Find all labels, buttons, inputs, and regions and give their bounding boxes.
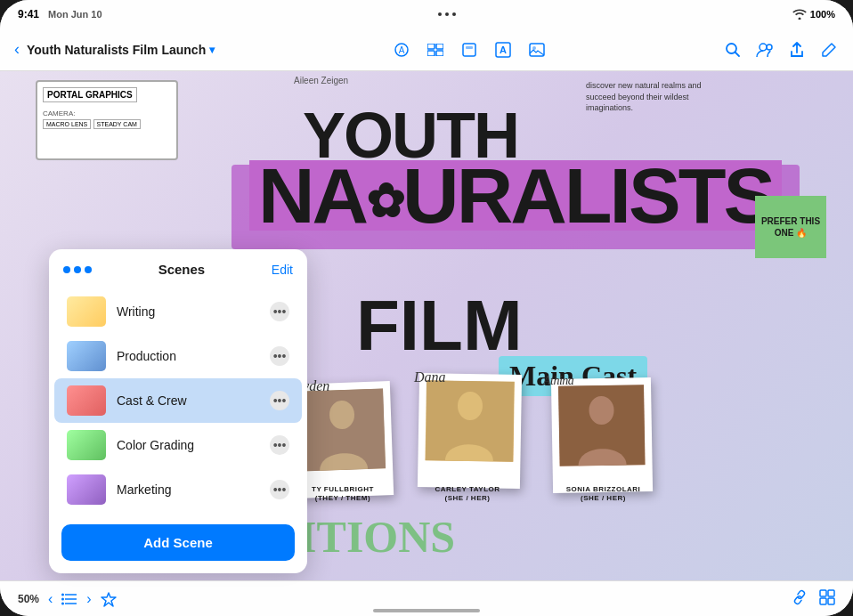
dot-blue-2 bbox=[74, 266, 81, 273]
annotation-name: Aileen Zeigen bbox=[294, 76, 348, 85]
svg-point-26 bbox=[61, 593, 64, 596]
naturalists-text: NA bbox=[258, 151, 366, 239]
film-title-naturalists: NA✿URALISTS bbox=[249, 160, 782, 231]
canvas-annotation: discover new natural realms and succeed … bbox=[586, 80, 711, 114]
cast-script-2: Dana bbox=[414, 369, 446, 385]
cast-photo-3 bbox=[558, 385, 646, 466]
svg-point-27 bbox=[61, 597, 64, 600]
dot-blue-3 bbox=[85, 266, 92, 273]
back-button[interactable]: ‹ bbox=[14, 40, 20, 59]
time-display: 9:41 bbox=[18, 8, 39, 20]
naturalists-text-2: URALISTS bbox=[402, 151, 773, 239]
image-icon[interactable] bbox=[527, 40, 547, 60]
scene-item-marketing[interactable]: Marketing ••• bbox=[54, 467, 302, 512]
svg-rect-6 bbox=[463, 44, 475, 56]
search-icon[interactable] bbox=[723, 40, 743, 60]
scene-thumb-colorgrading bbox=[67, 430, 106, 460]
scenes-list: Writing ••• Production ••• Cast & Crew •… bbox=[49, 286, 307, 515]
svg-rect-3 bbox=[436, 44, 443, 49]
scene-more-production[interactable]: ••• bbox=[270, 346, 289, 366]
polaroid-3 bbox=[551, 377, 653, 493]
scene-thumb-castcrew bbox=[67, 385, 106, 416]
status-bar: 9:41 Mon Jun 10 100% bbox=[0, 0, 853, 28]
collaborators-icon[interactable] bbox=[755, 40, 775, 60]
scenes-edit-button[interactable]: Edit bbox=[272, 263, 293, 277]
scene-item-castcrew[interactable]: Cast & Crew ••• bbox=[54, 378, 302, 423]
dot-1 bbox=[438, 12, 442, 16]
cast-photo-1 bbox=[299, 388, 386, 471]
svg-text:A: A bbox=[398, 45, 404, 55]
scenes-title: Scenes bbox=[158, 262, 206, 277]
scenes-panel: Scenes Edit Writing ••• Production ••• C… bbox=[49, 249, 307, 573]
scene-thumb-production bbox=[67, 341, 106, 371]
scene-name-writing: Writing bbox=[117, 304, 259, 319]
scene-thumb-marketing bbox=[67, 474, 106, 505]
main-toolbar: ‹ Youth Naturalists Film Launch ▾ A A bbox=[0, 28, 853, 71]
film-title-film: FILM bbox=[356, 285, 523, 367]
view-icon[interactable] bbox=[426, 40, 445, 60]
text-icon[interactable]: A bbox=[493, 40, 513, 60]
status-bar-right: 100% bbox=[792, 9, 835, 20]
scene-thumb-writing bbox=[67, 296, 106, 327]
svg-rect-5 bbox=[436, 51, 443, 56]
scene-more-marketing[interactable]: ••• bbox=[270, 480, 289, 499]
scene-name-production: Production bbox=[117, 349, 259, 363]
share-icon[interactable] bbox=[787, 40, 807, 60]
ipad-frame: 9:41 Mon Jun 10 100% ‹ Youth Naturalists… bbox=[0, 0, 853, 616]
zoom-level[interactable]: 50% bbox=[18, 593, 39, 605]
scene-name-marketing: Marketing bbox=[117, 482, 259, 497]
flower-icon: ✿ bbox=[366, 175, 402, 227]
svg-marker-29 bbox=[102, 593, 116, 606]
svg-rect-2 bbox=[427, 44, 435, 49]
svg-point-14 bbox=[760, 44, 767, 51]
prev-page-button[interactable]: ‹ bbox=[48, 591, 53, 607]
cast-photo-2 bbox=[425, 380, 515, 462]
layers-icon[interactable] bbox=[459, 40, 479, 60]
cast-info-1: TY FULLBRIGHT (THEY / THEM) bbox=[294, 485, 392, 504]
scene-more-writing[interactable]: ••• bbox=[270, 302, 289, 321]
svg-rect-30 bbox=[820, 590, 826, 596]
polaroid-2 bbox=[418, 373, 522, 489]
cast-info-3: SONIA BRIZZOLARI (SHE / HER) bbox=[552, 485, 654, 504]
title-chevron: ▾ bbox=[209, 44, 215, 56]
svg-rect-7 bbox=[466, 46, 473, 49]
add-scene-button[interactable]: Add Scene bbox=[61, 524, 295, 561]
dot-blue-1 bbox=[63, 266, 70, 273]
grid-view-icon[interactable] bbox=[819, 589, 835, 609]
status-bar-left: 9:41 Mon Jun 10 bbox=[18, 8, 102, 20]
edit-icon[interactable] bbox=[819, 40, 839, 60]
sticky-note: PREFER THIS ONE 🔥 bbox=[755, 196, 826, 258]
svg-rect-20 bbox=[426, 380, 515, 462]
scene-item-writing[interactable]: Writing ••• bbox=[54, 289, 302, 334]
toolbar-center: A A bbox=[392, 40, 547, 60]
toolbar-left: ‹ Youth Naturalists Film Launch ▾ bbox=[14, 40, 215, 59]
dot-3 bbox=[452, 12, 456, 16]
date-display: Mon Jun 10 bbox=[48, 9, 102, 20]
bookmark-icon[interactable] bbox=[101, 591, 117, 607]
scene-more-colorgrading[interactable]: ••• bbox=[270, 435, 289, 455]
document-title[interactable]: Youth Naturalists Film Launch ▾ bbox=[27, 43, 215, 57]
canvas-card-left: PORTAL GRAPHICS CAMERA: MACRO LENS STEAD… bbox=[36, 80, 178, 160]
list-view-icon[interactable] bbox=[61, 593, 77, 605]
scene-name-colorgrading: Color Grading bbox=[117, 438, 259, 452]
scene-name-castcrew: Cast & Crew bbox=[117, 393, 259, 408]
scene-more-castcrew[interactable]: ••• bbox=[270, 391, 289, 410]
cast-info-2: CARLEY TAYLOR (SHE / HER) bbox=[414, 485, 521, 504]
svg-rect-4 bbox=[427, 51, 435, 56]
next-page-button[interactable]: › bbox=[86, 591, 91, 607]
svg-rect-32 bbox=[820, 598, 826, 604]
link-icon[interactable] bbox=[791, 589, 808, 609]
scene-item-production[interactable]: Production ••• bbox=[54, 334, 302, 378]
battery-display: 100% bbox=[810, 9, 835, 20]
svg-text:A: A bbox=[500, 45, 507, 55]
svg-line-13 bbox=[735, 52, 739, 56]
bottom-right bbox=[791, 589, 835, 609]
svg-rect-33 bbox=[828, 598, 834, 604]
scenes-dots bbox=[63, 266, 92, 273]
toolbar-right bbox=[723, 40, 839, 60]
draw-icon[interactable]: A bbox=[392, 40, 411, 60]
svg-rect-31 bbox=[828, 590, 834, 596]
wifi-icon bbox=[792, 9, 807, 20]
home-indicator bbox=[373, 609, 480, 612]
scene-item-colorgrading[interactable]: Color Grading ••• bbox=[54, 423, 302, 467]
